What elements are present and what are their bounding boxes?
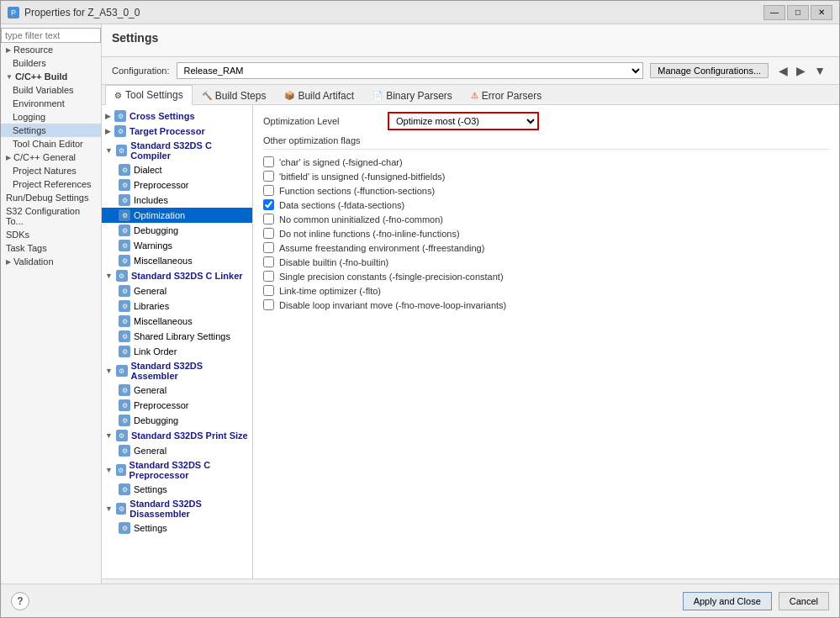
tree-item-miscellaneous[interactable]: ⚙ Miscellaneous bbox=[102, 253, 252, 268]
checkbox-single-precision-input[interactable] bbox=[263, 271, 274, 282]
checkbox-no-inline-input[interactable] bbox=[263, 228, 274, 239]
asm-debugging-icon: ⚙ bbox=[119, 415, 130, 426]
config-select[interactable]: Release_RAM bbox=[177, 62, 644, 79]
sidebar-item-s32-config[interactable]: S32 Configuration To... bbox=[1, 204, 101, 228]
sidebar-item-cpp-build[interactable]: ▼ C/C++ Build bbox=[1, 70, 101, 83]
c-compiler-icon: ⚙ bbox=[116, 145, 127, 156]
help-button[interactable]: ? bbox=[11, 592, 29, 610]
nav-arrows: ◀ ▶ ▼ bbox=[775, 62, 829, 79]
tree-item-linker-misc[interactable]: ⚙ Miscellaneous bbox=[102, 314, 252, 329]
sidebar-item-builders[interactable]: Builders bbox=[1, 56, 101, 70]
sidebar-item-sdks[interactable]: SDKs bbox=[1, 228, 101, 241]
sidebar-item-project-references[interactable]: Project References bbox=[1, 177, 101, 191]
checkbox-lto: Link-time optimizer (-flto) bbox=[263, 283, 829, 298]
sidebar-item-cpp-general[interactable]: ▶ C/C++ General bbox=[1, 151, 101, 164]
tab-error-parsers[interactable]: ⚠ Error Parsers bbox=[462, 85, 551, 105]
main-content: ▶ Resource Builders ▼ C/C++ Build Build … bbox=[1, 24, 839, 584]
sidebar-item-project-natures[interactable]: Project Natures bbox=[1, 164, 101, 177]
sidebar-item-toolchain-editor[interactable]: Tool Chain Editor bbox=[1, 137, 101, 151]
tree-item-linker-general[interactable]: ⚙ General bbox=[102, 283, 252, 298]
disassembler-header[interactable]: ▼ ⚙ Standard S32DS Disassembler bbox=[102, 497, 252, 520]
tree-item-libraries[interactable]: ⚙ Libraries bbox=[102, 298, 252, 314]
checkbox-data-sections-input[interactable] bbox=[263, 199, 274, 210]
sidebar-item-environment[interactable]: Environment bbox=[1, 97, 101, 110]
left-nav-panel: ▶ Resource Builders ▼ C/C++ Build Build … bbox=[1, 24, 102, 584]
ps-general-icon: ⚙ bbox=[119, 445, 130, 457]
sidebar-item-task-tags[interactable]: Task Tags bbox=[1, 241, 101, 255]
checkbox-no-inline: Do not inline functions (-fno-inline-fun… bbox=[263, 226, 829, 240]
manage-configurations-button[interactable]: Manage Configurations... bbox=[650, 63, 769, 78]
target-processor-header[interactable]: ▶ ⚙ Target Processor bbox=[102, 124, 252, 139]
tab-build-artifact[interactable]: 📦 Build Artifact bbox=[275, 85, 363, 105]
da-settings-icon: ⚙ bbox=[119, 522, 130, 534]
checkbox-char-signed-input[interactable] bbox=[263, 156, 274, 167]
c-compiler-header[interactable]: ▼ ⚙ Standard S32DS C Compiler bbox=[102, 139, 252, 162]
tab-tool-settings[interactable]: ⚙ Tool Settings bbox=[105, 85, 193, 105]
tree-item-preprocessor[interactable]: ⚙ Preprocessor bbox=[102, 177, 252, 193]
tree-item-asm-general[interactable]: ⚙ General bbox=[102, 383, 252, 398]
checkbox-lto-input[interactable] bbox=[263, 285, 274, 296]
minimize-button[interactable]: — bbox=[763, 5, 785, 20]
debugging-icon: ⚙ bbox=[119, 224, 130, 236]
tree-item-asm-debugging[interactable]: ⚙ Debugging bbox=[102, 413, 252, 428]
checkbox-bitfield-unsigned: 'bitfield' is unsigned (-funsigned-bitfi… bbox=[263, 169, 829, 183]
chevron-right-icon-3: ▶ bbox=[6, 258, 11, 266]
close-button[interactable]: ✕ bbox=[811, 5, 832, 20]
chevron-down-icon: ▼ bbox=[6, 73, 13, 81]
filter-input[interactable] bbox=[1, 28, 101, 43]
tree-item-link-order[interactable]: ⚙ Link Order bbox=[102, 344, 252, 359]
build-artifact-icon: 📦 bbox=[284, 91, 294, 100]
nav-dropdown-icon[interactable]: ▼ bbox=[811, 62, 829, 79]
chevron-right-icon: ▶ bbox=[6, 46, 11, 54]
nav-back-icon[interactable]: ◀ bbox=[775, 62, 791, 79]
checkbox-function-sections: Function sections (-ffunction-sections) bbox=[263, 183, 829, 198]
sidebar-item-logging[interactable]: Logging bbox=[1, 110, 101, 124]
checkbox-function-sections-input[interactable] bbox=[263, 185, 274, 196]
c-linker-header[interactable]: ▼ ⚙ Standard S32DS C Linker bbox=[102, 268, 252, 283]
tree-item-optimization[interactable]: ⚙ Optimization bbox=[102, 208, 252, 223]
checkbox-no-common-input[interactable] bbox=[263, 214, 274, 224]
chevron-right-icon: ▶ bbox=[105, 112, 111, 120]
page-title: Settings bbox=[112, 31, 829, 45]
libraries-icon: ⚙ bbox=[119, 300, 130, 312]
sidebar-item-build-variables[interactable]: Build Variables bbox=[1, 83, 101, 97]
title-bar-left: P Properties for Z_A53_0_0 bbox=[8, 7, 140, 18]
tab-binary-parsers[interactable]: 📄 Binary Parsers bbox=[363, 85, 462, 105]
assembler-header[interactable]: ▼ ⚙ Standard S32DS Assembler bbox=[102, 359, 252, 383]
checkbox-bitfield-unsigned-input[interactable] bbox=[263, 171, 274, 182]
window-title: Properties for Z_A53_0_0 bbox=[24, 7, 140, 18]
warnings-icon: ⚙ bbox=[119, 240, 130, 251]
nav-forward-icon[interactable]: ▶ bbox=[793, 62, 809, 79]
right-panel: Settings Configuration: Release_RAM Mana… bbox=[102, 24, 839, 584]
c-linker-icon: ⚙ bbox=[116, 270, 128, 282]
sidebar-item-run-debug[interactable]: Run/Debug Settings bbox=[1, 191, 101, 204]
tab-build-steps[interactable]: 🔨 Build Steps bbox=[193, 85, 276, 105]
cross-settings-header[interactable]: ▶ ⚙ Cross Settings bbox=[102, 108, 252, 124]
optimization-level-row: Optimization Level Optimize most (-O3) bbox=[263, 112, 829, 130]
tree-item-cp-settings[interactable]: ⚙ Settings bbox=[102, 482, 252, 497]
checkbox-no-loop-invariant-input[interactable] bbox=[263, 299, 274, 310]
linker-misc-icon: ⚙ bbox=[119, 315, 130, 327]
c-preprocessor-header[interactable]: ▼ ⚙ Standard S32DS C Preprocessor bbox=[102, 458, 252, 482]
print-size-header[interactable]: ▼ ⚙ Standard S32DS Print Size bbox=[102, 428, 252, 443]
config-label: Configuration: bbox=[112, 66, 170, 76]
cancel-button[interactable]: Cancel bbox=[779, 592, 829, 610]
tree-item-asm-preprocessor[interactable]: ⚙ Preprocessor bbox=[102, 398, 252, 413]
tree-item-includes[interactable]: ⚙ Includes bbox=[102, 193, 252, 208]
tree-item-dialect[interactable]: ⚙ Dialect bbox=[102, 162, 252, 177]
optimization-level-select[interactable]: Optimize most (-O3) bbox=[388, 112, 539, 130]
linker-general-icon: ⚙ bbox=[119, 285, 130, 297]
tree-item-debugging[interactable]: ⚙ Debugging bbox=[102, 223, 252, 238]
sidebar-item-resource[interactable]: ▶ Resource bbox=[1, 43, 101, 56]
sidebar-item-validation[interactable]: ▶ Validation bbox=[1, 255, 101, 268]
apply-close-button[interactable]: Apply and Close bbox=[683, 592, 772, 610]
tree-item-shared-lib[interactable]: ⚙ Shared Library Settings bbox=[102, 329, 252, 344]
checkbox-freestanding-input[interactable] bbox=[263, 242, 274, 253]
sidebar-item-settings[interactable]: Settings bbox=[1, 124, 101, 137]
error-parsers-icon: ⚠ bbox=[471, 91, 478, 100]
checkbox-no-builtin-input[interactable] bbox=[263, 256, 274, 267]
tree-item-ps-general[interactable]: ⚙ General bbox=[102, 443, 252, 458]
maximize-button[interactable]: □ bbox=[787, 5, 809, 20]
tree-item-da-settings[interactable]: ⚙ Settings bbox=[102, 520, 252, 536]
tree-item-warnings[interactable]: ⚙ Warnings bbox=[102, 238, 252, 253]
